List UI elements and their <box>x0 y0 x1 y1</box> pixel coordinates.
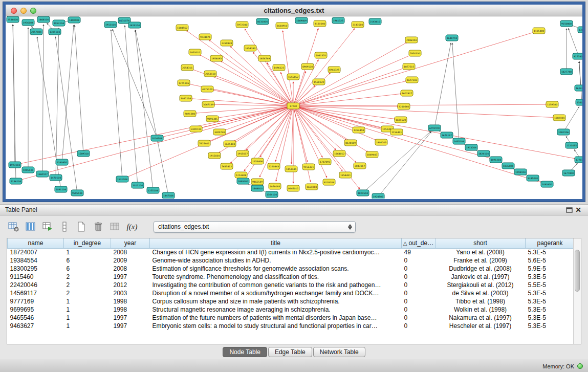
citation-edge-black[interactable] <box>62 25 74 162</box>
graph-node[interactable]: 1091204 <box>490 157 502 163</box>
new-table-icon[interactable] <box>75 220 88 233</box>
citation-edge-red[interactable] <box>162 106 293 137</box>
graph-node[interactable]: 1601620 <box>395 117 407 123</box>
graph-node[interactable]: 4275120 <box>201 86 213 92</box>
graph-node[interactable]: 2012104 <box>132 182 144 188</box>
graph-node[interactable]: 6791970 <box>428 125 441 131</box>
graph-node[interactable]: 1614315 <box>575 85 582 91</box>
graph-node[interactable]: 2053110 <box>204 71 216 77</box>
graph-node[interactable]: 2186104 <box>405 37 418 43</box>
graph-node[interactable]: 2143610 <box>369 18 381 25</box>
graph-node[interactable]: 1924502 <box>372 193 384 199</box>
graph-node[interactable]: 1953104 <box>53 20 65 26</box>
table-row[interactable]: 1830029562008Estimation of significance … <box>8 265 575 273</box>
close-panel-icon[interactable]: ✕ <box>574 206 583 214</box>
column-header-title[interactable]: title <box>150 238 402 248</box>
graph-node[interactable]: 1936104 <box>22 19 34 26</box>
table-row[interactable]: 1872400712008Changes of HCN gene express… <box>8 248 575 256</box>
graph-node[interactable]: 9245020 <box>527 175 539 181</box>
citation-edge-red[interactable] <box>245 29 293 106</box>
graph-node[interactable]: 1136104 <box>10 178 22 184</box>
graph-node[interactable]: 1787093 <box>319 159 331 165</box>
graph-node[interactable]: 1082106 <box>557 129 570 135</box>
merge-table-icon[interactable] <box>108 220 122 233</box>
citation-edge-red[interactable] <box>212 90 293 106</box>
citation-edge-black[interactable] <box>563 106 579 132</box>
graph-node[interactable]: 1836104 <box>502 163 514 169</box>
graph-node[interactable]: 1961325 <box>332 17 344 24</box>
graph-node[interactable]: 1915037 <box>236 150 249 157</box>
graph-node[interactable]: 9891380 <box>184 111 196 117</box>
graph-node[interactable]: 1677800 <box>562 170 575 176</box>
graph-node[interactable]: 1305104 <box>49 29 61 35</box>
graph-node[interactable]: 1654740 <box>244 45 256 51</box>
graph-node[interactable]: 8128104 <box>323 179 335 185</box>
citation-edge-black[interactable] <box>42 25 43 174</box>
graph-node[interactable]: 1094104 <box>514 169 527 175</box>
graph-node[interactable]: 7625401 <box>198 140 210 146</box>
graph-node[interactable]: 1555852 <box>287 74 299 80</box>
graph-node[interactable]: 2043117 <box>354 163 366 169</box>
graph-node[interactable]: 2260650 <box>56 159 68 165</box>
import-table-icon[interactable] <box>41 220 54 233</box>
table-row[interactable]: 1456911722003Disruption of a novel membe… <box>8 289 575 297</box>
graph-node[interactable]: 1993104 <box>9 162 21 168</box>
graph-node[interactable]: 1531104 <box>116 176 128 182</box>
graph-node[interactable]: 1892203 <box>375 139 387 145</box>
graph-node[interactable]: 7635412 <box>221 163 233 169</box>
graph-node[interactable]: 1159380 <box>546 101 558 107</box>
graph-node[interactable]: 3067134 <box>180 95 192 101</box>
table-row[interactable]: 1938455462009Genome-wide association stu… <box>8 256 575 265</box>
graph-node[interactable]: 2143510 <box>352 21 364 28</box>
table-source-dropdown[interactable]: citations_edges.txt <box>154 221 356 233</box>
graph-node[interactable]: 17240 <box>287 103 299 109</box>
graph-node[interactable]: 2260828 <box>221 40 233 46</box>
graph-node[interactable]: 9891385 <box>206 116 219 122</box>
graph-node[interactable]: 8131040 <box>314 20 326 27</box>
citation-edge-black[interactable] <box>13 25 16 181</box>
citation-edge-red[interactable] <box>293 106 396 119</box>
graph-node[interactable]: 1354458 <box>353 127 365 133</box>
graph-node[interactable]: 1954093 <box>210 55 223 61</box>
graph-node[interactable]: 9150800 <box>560 20 573 27</box>
graph-node[interactable]: 1364104 <box>266 191 278 198</box>
graph-node[interactable]: 6961325 <box>328 67 340 73</box>
tab-node-table[interactable]: Node Table <box>223 347 267 357</box>
graph-node[interactable]: 1961370 <box>315 52 327 58</box>
graph-node[interactable]: 1679197 <box>441 132 453 138</box>
column-header-in_degree[interactable]: in_degree <box>64 238 111 248</box>
float-panel-icon[interactable] <box>564 206 574 214</box>
graph-node[interactable]: 1154491 <box>390 129 403 135</box>
graph-node[interactable]: 1354451 <box>339 172 352 178</box>
graph-node[interactable]: 9234871 <box>199 34 211 40</box>
citation-edge-black[interactable] <box>136 30 168 195</box>
graph-node[interactable]: 9465549 <box>251 179 264 185</box>
graph-node[interactable]: 2536000 <box>7 16 19 23</box>
citation-edge-red[interactable] <box>293 68 404 106</box>
graph-node[interactable]: 1361024 <box>576 99 582 105</box>
graph-node[interactable]: 1470104 <box>50 174 62 181</box>
graph-node[interactable]: 2054311 <box>181 64 193 71</box>
graph-node[interactable]: 1092450 <box>541 181 553 187</box>
column-header-year[interactable]: year <box>111 238 150 248</box>
graph-node[interactable]: 1400104 <box>68 17 80 23</box>
graph-node[interactable]: 1360250 <box>578 27 582 33</box>
citation-edge-black[interactable] <box>37 37 61 189</box>
table-row[interactable]: 2242004622012Investigating the contribut… <box>8 281 575 289</box>
graph-node[interactable]: 9505134 <box>71 190 83 196</box>
delete-table-icon[interactable] <box>92 220 105 233</box>
table-settings-icon[interactable] <box>7 220 20 233</box>
graph-node[interactable]: 3309735 <box>190 126 202 132</box>
graph-node[interactable]: 1419104 <box>128 22 141 28</box>
graph-node[interactable]: 1913104 <box>104 21 117 28</box>
vertical-scrollbar[interactable] <box>573 238 581 344</box>
table-row[interactable]: 911546021997Tourette syndrome. Phenomeno… <box>8 273 575 281</box>
graph-node[interactable]: 1253408 <box>235 172 247 178</box>
citation-edge-black[interactable] <box>434 43 451 128</box>
graph-node[interactable]: 7850330 <box>409 50 421 56</box>
network-canvas[interactable]: 1724011845629234871185302120543111275146… <box>6 16 582 199</box>
graph-node[interactable]: 3067139 <box>202 101 214 107</box>
citation-edge-black[interactable] <box>363 132 431 193</box>
citation-edge-red[interactable] <box>293 42 407 106</box>
minimize-window-button[interactable] <box>20 8 27 14</box>
